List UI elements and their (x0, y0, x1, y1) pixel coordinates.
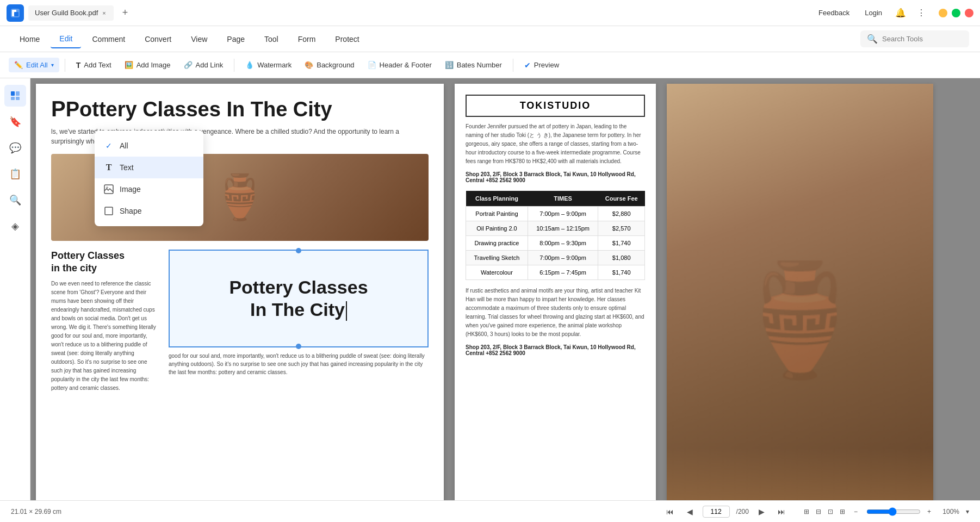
table-row: Portrait Painting 7:00pm – 9:00pm $2,880 (466, 207, 645, 221)
bottom-section: Pottery Classesin the city Do we even ne… (51, 250, 429, 393)
window-controls: — □ × (939, 9, 973, 17)
menu-view[interactable]: View (182, 30, 216, 48)
toolbar-separator-2 (234, 59, 234, 72)
svg-rect-5 (11, 97, 15, 100)
shape-type-icon (103, 206, 114, 216)
add-link-btn[interactable]: 🔗 Add Link (178, 58, 229, 72)
studio-description: Founder Jennifer pursued the art of pott… (466, 122, 645, 166)
preview-btn[interactable]: ✔ Preview (519, 58, 565, 73)
sidebar-clipboard-icon[interactable]: 📋 (4, 163, 26, 185)
status-bar: 21.01 × 29.69 cm ⏮ ◀ /200 ▶ ⏭ ⊞ ⊟ ⊡ ⊞ − … (0, 500, 980, 522)
add-image-btn[interactable]: 🖼️ Add Image (119, 58, 176, 72)
page-dimensions: 21.01 × 29.69 cm (11, 508, 61, 515)
sidebar: 🔖 💬 📋 🔍 ◈ (0, 78, 30, 500)
zoom-slider[interactable] (866, 507, 921, 516)
background-btn[interactable]: 🎨 Background (299, 58, 359, 72)
class-table: Class Planning TIMES Course Fee Portrait… (466, 191, 645, 280)
edit-all-btn[interactable]: ✏️ Edit All ▾ (9, 58, 59, 72)
watermark-btn[interactable]: 💧 Watermark (240, 58, 297, 72)
minimize-btn[interactable]: — (939, 9, 947, 17)
svg-rect-4 (16, 91, 20, 96)
search-icon: 🔍 (867, 34, 878, 44)
watermark-icon: 💧 (245, 61, 254, 69)
zoom-level: 100% (938, 508, 959, 515)
zoom-in-btn[interactable]: + (927, 508, 931, 515)
search-tools-box[interactable]: 🔍 (860, 30, 969, 47)
last-page-btn[interactable]: ⏭ (774, 505, 789, 518)
dropdown-text-item[interactable]: T Text (95, 157, 203, 178)
text-selection-box[interactable]: Pottery Classes In The City (169, 250, 429, 347)
toolbar-separator-1 (65, 59, 65, 72)
status-right: ⏮ ◀ /200 ▶ ⏭ ⊞ ⊟ ⊡ ⊞ − + 100% ▾ (663, 505, 969, 518)
more-options-icon[interactable]: ⋮ (915, 5, 928, 20)
maximize-btn[interactable]: □ (952, 9, 960, 17)
total-pages: /200 (736, 508, 749, 515)
svg-rect-9 (105, 207, 113, 215)
feedback-btn[interactable]: Feedback (814, 7, 854, 19)
menu-form[interactable]: Form (289, 30, 325, 48)
notification-icon[interactable]: 🔔 (893, 5, 908, 20)
fit-width-icon[interactable]: ⊟ (816, 508, 821, 515)
fit-page-icon[interactable]: ⊞ (804, 508, 809, 515)
sidebar-layers-icon[interactable]: ◈ (4, 215, 26, 237)
menu-convert[interactable]: Convert (136, 30, 180, 48)
active-tab[interactable]: User Guild Book.pdf × (28, 5, 114, 21)
toolbar-separator-3 (513, 59, 513, 72)
title-bar: User Guild Book.pdf × + Feedback Login 🔔… (0, 0, 980, 26)
sidebar-bookmarks-icon[interactable]: 🔖 (4, 111, 26, 133)
all-check-icon: ✓ (103, 140, 114, 151)
pottery-photo: 🏺 (667, 84, 933, 500)
studio-logo: TOKISTUDIO (466, 95, 645, 117)
pdf-area[interactable]: ✓ All T Text Image Shape (30, 78, 980, 500)
first-page-btn[interactable]: ⏮ (663, 505, 677, 518)
header-footer-btn[interactable]: 📄 Header & Footer (362, 58, 437, 72)
tab-filename: User Guild Book.pdf (35, 9, 98, 17)
dropdown-arrow-icon: ▾ (51, 62, 54, 68)
add-image-icon: 🖼️ (125, 61, 133, 69)
menu-bar: Home Edit Comment Convert View Page Tool… (0, 26, 980, 52)
edit-mode-dropdown: ✓ All T Text Image Shape (95, 130, 203, 226)
prev-page-btn[interactable]: ◀ (684, 505, 696, 518)
handle-top (296, 248, 301, 253)
menu-protect[interactable]: Protect (326, 30, 368, 48)
new-tab-btn[interactable]: + (118, 5, 133, 21)
title-bar-right: Feedback Login 🔔 ⋮ — □ × (814, 5, 973, 20)
sidebar-pages-icon[interactable] (4, 85, 26, 107)
rotate-icon[interactable]: ⊡ (828, 508, 833, 515)
grid-view-icon[interactable]: ⊞ (840, 508, 845, 515)
menu-page[interactable]: Page (218, 30, 253, 48)
main-content: 🔖 💬 📋 🔍 ◈ ✓ All T Text Image (0, 78, 980, 500)
menu-comment[interactable]: Comment (83, 30, 134, 48)
pdf-page-right: TOKISTUDIO Founder Jennifer pursued the … (455, 84, 656, 500)
menu-edit[interactable]: Edit (51, 30, 81, 48)
bates-icon: 🔢 (445, 61, 454, 69)
zoom-dropdown-icon[interactable]: ▾ (966, 508, 969, 515)
close-btn[interactable]: × (965, 9, 973, 17)
edit-all-label: Edit All (26, 61, 48, 69)
sidebar-comments-icon[interactable]: 💬 (4, 137, 26, 159)
dropdown-image-item[interactable]: Image (95, 178, 203, 200)
selected-text-area: Pottery Classes In The City good for our… (169, 250, 429, 393)
menu-tool[interactable]: Tool (256, 30, 287, 48)
image-type-icon (103, 184, 114, 195)
tab-close-btn[interactable]: × (101, 9, 107, 17)
zoom-out-btn[interactable]: − (854, 508, 858, 515)
toolbar: ✏️ Edit All ▾ T Add Text 🖼️ Add Image 🔗 … (0, 52, 980, 78)
login-btn[interactable]: Login (860, 7, 886, 19)
svg-rect-2 (14, 12, 18, 16)
pottery-title: Pottery Classesin the city (51, 250, 160, 275)
table-row: Travelling Sketch 7:00pm – 9:00pm $1,080 (466, 251, 645, 265)
search-input[interactable] (882, 35, 963, 43)
menu-home[interactable]: Home (11, 30, 48, 48)
page-number-input[interactable] (703, 506, 730, 518)
main-heading: PPottery Classes In The City (51, 97, 429, 121)
handle-bottom (296, 344, 301, 349)
next-page-btn[interactable]: ▶ (755, 505, 768, 518)
bates-number-btn[interactable]: 🔢 Bates Number (439, 58, 507, 72)
second-description: If rustic aesthetics and animal motifs a… (466, 287, 645, 339)
add-text-btn[interactable]: T Add Text (71, 58, 117, 73)
selected-text-content: Pottery Classes In The City (229, 276, 368, 321)
sidebar-search-icon[interactable]: 🔍 (4, 189, 26, 211)
dropdown-all-item[interactable]: ✓ All (95, 135, 203, 157)
dropdown-shape-item[interactable]: Shape (95, 200, 203, 222)
